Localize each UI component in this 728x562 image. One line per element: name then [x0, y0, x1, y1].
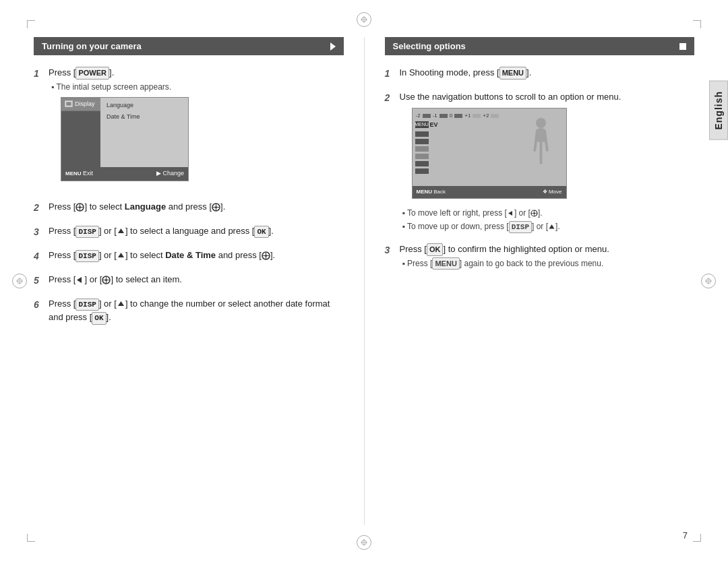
- left-section-header: Turning on your camera: [34, 37, 344, 55]
- step-6-text: Press [DISP] or [] to change the number …: [49, 297, 344, 325]
- svg-point-26: [536, 117, 546, 127]
- svg-point-17: [215, 206, 217, 208]
- ev-left-icons: MENU EV: [415, 121, 438, 175]
- step-content-4: Press [DISP] or [] to select Date & Time…: [49, 249, 344, 263]
- step-4-text: Press [DISP] or [] to select Date & Time…: [49, 249, 344, 263]
- svg-marker-22: [77, 277, 82, 283]
- cam-display-label: Display: [75, 100, 95, 109]
- svg-point-21: [265, 255, 267, 257]
- icon-row6: [415, 161, 429, 166]
- svg-marker-32: [549, 224, 555, 229]
- step-1: 1 Press [POWER]. The intial setup screen…: [34, 66, 344, 191]
- ev-plus1: +1: [464, 112, 471, 120]
- right-step-1: 1 In Shooting mode, press [MENU].: [385, 66, 695, 81]
- right-step-3: 3 Press [OK] to confirm the highlighted …: [385, 243, 695, 270]
- icon-row2: [415, 131, 429, 137]
- right-step-2: 2 Use the navigation buttons to scroll t…: [385, 90, 695, 233]
- page-number: 7: [683, 530, 688, 540]
- svg-rect-13: [67, 102, 71, 105]
- step-1-text: Press [POWER].: [49, 66, 344, 80]
- svg-point-15: [79, 206, 81, 208]
- cam-option-datetime: Date & Time: [104, 112, 184, 123]
- icon-row3: [415, 139, 429, 144]
- right-step-content-1: In Shooting mode, press [MENU].: [400, 66, 695, 81]
- cam-option-language: Language: [104, 100, 184, 111]
- ev-bar-seg5: [491, 114, 499, 118]
- ev-bar-seg1: [423, 114, 431, 118]
- main-content: Turning on your camera 1 Press [POWER]. …: [34, 37, 694, 525]
- ok-key-6: OK: [92, 312, 106, 325]
- cam-bottom-change: ▶ Change: [156, 169, 184, 179]
- right-step-3-text: Press [OK] to confirm the highlighted op…: [400, 243, 695, 256]
- step-6: 6 Press [DISP] or [] to change the numbe…: [34, 297, 344, 325]
- right-step-1-text: In Shooting mode, press [MENU].: [400, 66, 695, 80]
- right-cam-move: ❖ Move: [543, 188, 562, 196]
- ev-minus1: -1: [433, 112, 437, 120]
- right-column: Selecting options 1 In Shooting mode, pr…: [365, 37, 695, 525]
- menu-key-r3: MENU: [432, 257, 459, 270]
- cam-main-area: Language Date & Time: [100, 98, 188, 167]
- ev-bar-seg4: [473, 114, 481, 118]
- svg-point-31: [533, 212, 535, 214]
- compass-bottom: [357, 535, 371, 550]
- ev-text: EV: [430, 121, 438, 130]
- corner-br: [693, 534, 701, 542]
- right-step-3-bullet: Press [MENU] again to go back to the pre…: [400, 257, 695, 270]
- right-step-num-2: 2: [385, 91, 397, 233]
- step-content-1: Press [POWER]. The intial setup screen a…: [49, 66, 344, 191]
- right-step-num-3: 3: [385, 243, 397, 270]
- step-5: 5 Press [] or [] to select an item.: [34, 273, 344, 288]
- corner-tr: [693, 20, 701, 28]
- svg-marker-18: [118, 228, 124, 233]
- right-section-header: Selecting options: [385, 37, 695, 55]
- compass-top: [357, 12, 371, 27]
- step-content-6: Press [DISP] or [] to change the number …: [49, 297, 344, 325]
- right-cam-back: MENU Back: [417, 188, 446, 196]
- step-4: 4 Press [DISP] or [] to select Date & Ti…: [34, 249, 344, 263]
- step-5-text: Press [] or [] to select an item.: [49, 273, 344, 286]
- step-content-5: Press [] or [] to select an item.: [49, 273, 344, 288]
- cam-bottom-exit: MENU Exit: [65, 169, 93, 179]
- disp-key-bullet: DISP: [509, 221, 532, 234]
- right-step-num-1: 1: [385, 67, 397, 81]
- menu-key-1: MENU: [499, 67, 526, 80]
- corner-bl: [27, 534, 35, 542]
- svg-marker-25: [118, 301, 124, 306]
- compass-left: [12, 274, 27, 288]
- icon-row7: [415, 168, 429, 174]
- left-section-title: Turning on your camera: [42, 41, 142, 51]
- disp-key-3a: DISP: [75, 226, 98, 239]
- right-cam-bottom: MENU Back ❖ Move: [413, 186, 566, 198]
- icon-row4: [415, 146, 429, 152]
- person-silhouette: [526, 117, 556, 167]
- compass-right: [701, 274, 716, 288]
- menu-icon-box: MENU: [415, 121, 429, 128]
- right-step-content-3: Press [OK] to confirm the highlighted op…: [400, 243, 695, 270]
- left-column: Turning on your camera 1 Press [POWER]. …: [34, 37, 365, 525]
- step-num-2: 2: [34, 201, 46, 215]
- ev-bar-seg3: [454, 114, 462, 118]
- right-step-2-bullet2: To move up or down, press [DISP] or [].: [400, 220, 695, 234]
- svg-marker-27: [508, 211, 512, 216]
- ev-minus2: -2: [416, 112, 421, 120]
- arrow-right-icon: [330, 42, 336, 51]
- corner-tl: [27, 20, 35, 28]
- right-step-2-bullet1: To move left or right, press [] or [].: [400, 207, 695, 219]
- step-2: 2 Press [] to select Language and press …: [34, 200, 344, 215]
- ok-key-r3: OK: [427, 243, 444, 256]
- ev-plus2: +2: [483, 112, 489, 120]
- step-3: 3 Press [DISP] or [] to select a languag…: [34, 224, 344, 239]
- icon-row5: [415, 154, 429, 159]
- svg-point-24: [105, 279, 107, 281]
- step-num-5: 5: [34, 274, 46, 288]
- square-icon: [679, 43, 686, 50]
- camera-preview-right: -2 -1 0 +1 +2 MENU: [412, 108, 567, 199]
- cam-options: Language Date & Time: [104, 100, 184, 123]
- ok-key-3: OK: [254, 226, 268, 239]
- step-num-3: 3: [34, 225, 46, 239]
- disp-key-6: DISP: [75, 299, 98, 311]
- step-content-3: Press [DISP] or [] to select a language …: [49, 224, 344, 239]
- cam-bottom-bar: MENU Exit ▶ Change: [61, 167, 188, 181]
- step-num-1: 1: [34, 67, 46, 191]
- step-1-bullet: The intial setup screen appears.: [49, 81, 344, 93]
